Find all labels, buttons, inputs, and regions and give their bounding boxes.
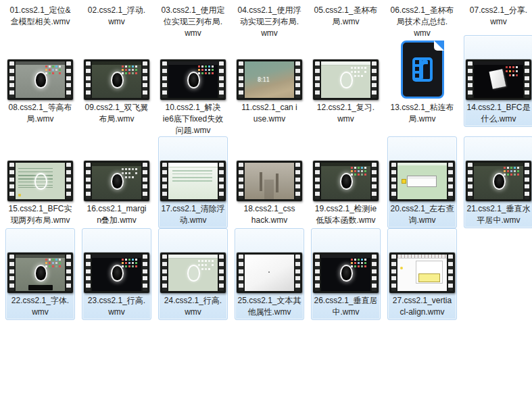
item-selection-box[interactable]: 24.css2.1_行高.wmv	[158, 228, 228, 320]
item-selection-box[interactable]: 18.css2.1_csshack.wmv	[235, 136, 304, 228]
file-item[interactable]: 09.css2.1_双飞翼布局.wmv	[82, 35, 151, 136]
item-selection-box[interactable]: 02.css2.1_浮动.wmv	[82, 0, 151, 30]
file-name-line: 07.css2.1_分享.	[470, 5, 527, 16]
file-name-label[interactable]: 07.css2.1_分享.wmv	[470, 5, 527, 28]
video-file-icon[interactable]	[401, 41, 444, 99]
file-name-label[interactable]: 12.css2.1_复习.wmv	[317, 102, 374, 125]
file-name-label[interactable]: 20.css2.1_左右查询.wmv	[390, 203, 454, 226]
item-selection-box[interactable]: 20.css2.1_左右查询.wmv	[387, 136, 457, 228]
item-selection-box[interactable]: 22.css2.1_字体.wmv	[5, 228, 75, 320]
file-name-label[interactable]: 06.css2.1_圣杯布局技术点总结.wmv	[390, 5, 454, 39]
file-name-label[interactable]: 02.css2.1_浮动.wmv	[88, 5, 145, 28]
file-item[interactable]: 05.css2.1_圣杯布局.wmv	[311, 0, 381, 35]
file-name-label[interactable]: 22.css2.1_字体.wmv	[11, 295, 69, 318]
file-item[interactable]: 17.css2.1_清除浮动.wmv	[158, 136, 228, 228]
item-selection-box[interactable]: 05.css2.1_圣杯布局.wmv	[311, 0, 381, 30]
video-thumbnail-icon[interactable]	[237, 253, 302, 293]
item-selection-box[interactable]: 27.css2.1_vertiacl-align.wmv	[387, 228, 457, 320]
item-selection-box[interactable]: 8:1111.css2.1_can iuse.wmv	[235, 35, 304, 127]
file-name-label[interactable]: 09.css2.1_双飞翼布局.wmv	[84, 102, 148, 125]
file-item[interactable]: 10.css2.1_解决ie6底下fixed失效问题.wmv	[158, 35, 228, 136]
file-name-label[interactable]: 14.css2.1_BFC是什么.wmv	[466, 102, 530, 125]
file-name-label[interactable]: 18.css2.1_csshack.wmv	[243, 203, 295, 226]
video-thumbnail-icon[interactable]	[160, 161, 226, 201]
item-selection-box[interactable]: 01.css2.1_定位&盒模型相关.wmv	[5, 0, 75, 30]
video-thumbnail-icon[interactable]	[466, 161, 531, 201]
file-item[interactable]: 26.css2.1_垂直居中.wmv	[311, 228, 381, 321]
file-name-label[interactable]: 16.css2.1_margin叠加.wmv	[87, 203, 146, 226]
file-name-label[interactable]: 11.css2.1_can iuse.wmv	[241, 102, 297, 125]
file-item[interactable]: 12.css2.1_复习.wmv	[311, 35, 381, 136]
item-selection-box[interactable]: 21.css2.1_垂直水平居中.wmv	[464, 136, 532, 228]
item-selection-box[interactable]: 10.css2.1_解决ie6底下fixed失效问题.wmv	[158, 35, 228, 138]
file-name-label[interactable]: 03.css2.1_使用定位实现三列布局.wmv	[161, 5, 224, 39]
video-thumbnail-icon[interactable]	[7, 59, 73, 100]
video-thumbnail-icon[interactable]	[160, 253, 226, 293]
file-item[interactable]: 27.css2.1_vertiacl-align.wmv	[387, 228, 457, 321]
file-item[interactable]: 8:1111.css2.1_can iuse.wmv	[235, 35, 304, 136]
file-item[interactable]: 24.css2.1_行高.wmv	[158, 228, 228, 321]
file-name-label[interactable]: 23.css2.1_行高.wmv	[88, 295, 145, 318]
item-selection-box[interactable]: 26.css2.1_垂直居中.wmv	[311, 228, 381, 320]
file-name-label[interactable]: 05.css2.1_圣杯布局.wmv	[314, 5, 377, 28]
video-thumbnail-icon[interactable]	[84, 253, 149, 293]
file-item[interactable]: 14.css2.1_BFC是什么.wmv	[464, 35, 532, 136]
file-name-label[interactable]: 15.css2.1_BFC实现两列布局.wmv	[8, 203, 72, 226]
video-thumbnail-icon[interactable]	[389, 161, 455, 201]
video-thumbnail-icon[interactable]	[7, 161, 73, 201]
video-thumbnail-icon[interactable]	[313, 59, 379, 100]
video-thumbnail-icon[interactable]	[313, 161, 379, 201]
item-selection-box[interactable]: 07.css2.1_分享.wmv	[464, 0, 532, 30]
item-selection-box[interactable]: 08.css2.1_等高布局.wmv	[5, 35, 75, 127]
file-item[interactable]: 13.css2.1_粘连布局.wmv	[387, 35, 457, 136]
file-item[interactable]: 20.css2.1_左右查询.wmv	[387, 136, 457, 228]
item-selection-box[interactable]: 17.css2.1_清除浮动.wmv	[158, 136, 228, 228]
file-item[interactable]: 19.css2.1_检测ie低版本函数.wmv	[311, 136, 381, 228]
file-name-label[interactable]: 17.css2.1_清除浮动.wmv	[161, 203, 224, 226]
file-name-label[interactable]: 25.css2.1_文本其他属性.wmv	[237, 295, 301, 318]
video-thumbnail-icon[interactable]	[466, 59, 531, 100]
file-item[interactable]: 06.css2.1_圣杯布局技术点总结.wmv	[387, 0, 457, 35]
item-selection-box[interactable]: 23.css2.1_行高.wmv	[82, 228, 151, 320]
file-name-label[interactable]: 08.css2.1_等高布局.wmv	[8, 102, 72, 125]
file-name-label[interactable]: 19.css2.1_检测ie低版本函数.wmv	[315, 203, 377, 226]
item-selection-box[interactable]: 13.css2.1_粘连布局.wmv	[387, 35, 457, 127]
file-name-label[interactable]: 26.css2.1_垂直居中.wmv	[314, 295, 377, 318]
file-item[interactable]: 22.css2.1_字体.wmv	[5, 228, 75, 321]
file-name-label[interactable]: 13.css2.1_粘连布局.wmv	[390, 102, 454, 125]
video-thumbnail-icon[interactable]: 8:11	[237, 59, 302, 100]
file-name-label[interactable]: 24.css2.1_行高.wmv	[164, 295, 222, 318]
file-name-label[interactable]: 10.css2.1_解决ie6底下fixed失效问题.wmv	[163, 102, 223, 136]
video-thumbnail-icon[interactable]	[237, 161, 302, 201]
file-item[interactable]: 18.css2.1_csshack.wmv	[235, 136, 304, 228]
video-thumbnail-icon[interactable]	[160, 59, 226, 100]
file-name-label[interactable]: 04.css2.1_使用浮动实现三列布局.wmv	[237, 5, 301, 39]
file-name-label[interactable]: 27.css2.1_vertiacl-align.wmv	[393, 295, 452, 318]
file-item[interactable]: 21.css2.1_垂直水平居中.wmv	[464, 136, 532, 228]
file-item[interactable]: 07.css2.1_分享.wmv	[464, 0, 532, 35]
item-selection-box[interactable]: 12.css2.1_复习.wmv	[311, 35, 381, 127]
file-item[interactable]: 16.css2.1_margin叠加.wmv	[82, 136, 151, 228]
icon-area	[160, 38, 226, 100]
video-thumbnail-icon[interactable]	[84, 161, 149, 201]
video-thumbnail-icon[interactable]	[389, 253, 455, 293]
file-item[interactable]: 01.css2.1_定位&盒模型相关.wmv	[5, 0, 75, 35]
video-thumbnail-icon[interactable]	[313, 253, 379, 293]
file-item[interactable]: 04.css2.1_使用浮动实现三列布局.wmv	[235, 0, 304, 35]
item-selection-box[interactable]: 14.css2.1_BFC是什么.wmv	[464, 35, 532, 127]
file-name-label[interactable]: 01.css2.1_定位&盒模型相关.wmv	[9, 5, 70, 28]
file-item[interactable]: 25.css2.1_文本其他属性.wmv	[235, 228, 304, 321]
item-selection-box[interactable]: 15.css2.1_BFC实现两列布局.wmv	[5, 136, 75, 228]
item-selection-box[interactable]: 09.css2.1_双飞翼布局.wmv	[82, 35, 151, 127]
file-item[interactable]: 23.css2.1_行高.wmv	[82, 228, 151, 321]
file-item[interactable]: 15.css2.1_BFC实现两列布局.wmv	[5, 136, 75, 228]
item-selection-box[interactable]: 25.css2.1_文本其他属性.wmv	[235, 228, 304, 320]
file-name-label[interactable]: 21.css2.1_垂直水平居中.wmv	[466, 203, 530, 226]
file-item[interactable]: 08.css2.1_等高布局.wmv	[5, 35, 75, 136]
file-item[interactable]: 02.css2.1_浮动.wmv	[82, 0, 151, 35]
item-selection-box[interactable]: 16.css2.1_margin叠加.wmv	[82, 136, 151, 228]
video-thumbnail-icon[interactable]	[7, 253, 73, 293]
video-thumbnail-icon[interactable]	[84, 59, 149, 100]
file-item[interactable]: 03.css2.1_使用定位实现三列布局.wmv	[158, 0, 228, 35]
item-selection-box[interactable]: 19.css2.1_检测ie低版本函数.wmv	[311, 136, 381, 228]
